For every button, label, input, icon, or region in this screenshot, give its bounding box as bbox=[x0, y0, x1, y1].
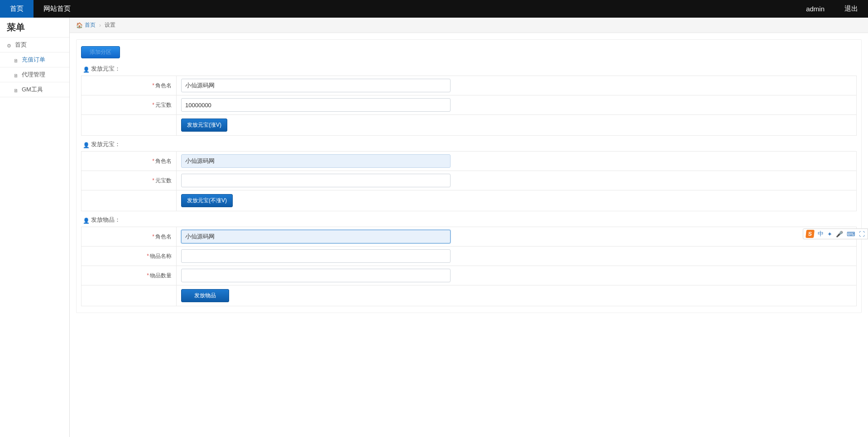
field-label: 角色名 bbox=[155, 158, 172, 164]
item-name-input[interactable] bbox=[181, 249, 451, 263]
grant-yuanbao-novip-button[interactable]: 发放元宝(不涨V) bbox=[181, 194, 233, 207]
user-icon bbox=[83, 66, 88, 71]
section-title-2: 发放元宝： bbox=[83, 140, 857, 148]
sidebar-title: 菜单 bbox=[0, 18, 69, 38]
ime-lang-toggle[interactable]: 中 bbox=[818, 230, 824, 238]
current-user[interactable]: admin bbox=[796, 0, 834, 18]
ime-expand-icon[interactable]: ⛶ bbox=[859, 231, 865, 238]
field-label: 元宝数 bbox=[155, 177, 172, 184]
main-panel: 添加分区 发放元宝： *角色名 *元宝数 bbox=[76, 39, 862, 313]
user-icon bbox=[83, 142, 88, 147]
yuanbao-count-input-1[interactable] bbox=[181, 98, 451, 112]
ime-switch-icon[interactable]: ✦ bbox=[827, 231, 832, 238]
form-table-3: *角色名 *物品名称 *物品数量 发放物品 bbox=[81, 227, 857, 306]
sidebar-item-gmtool[interactable]: GM工具 bbox=[0, 82, 69, 97]
field-label: 角色名 bbox=[155, 82, 172, 89]
tab-site-home[interactable]: 网站首页 bbox=[34, 0, 81, 18]
field-label: 角色名 bbox=[155, 233, 172, 240]
sidebar-item-label: 充值订单 bbox=[22, 56, 45, 64]
ime-logo-icon: S bbox=[806, 230, 815, 238]
file-icon bbox=[14, 87, 19, 92]
sidebar-item-label: GM工具 bbox=[22, 86, 43, 94]
field-label: 物品数量 bbox=[150, 272, 172, 279]
ime-keyboard-icon[interactable]: ⌨ bbox=[847, 231, 855, 238]
logout-link[interactable]: 退出 bbox=[834, 0, 868, 18]
role-name-input-3[interactable] bbox=[181, 230, 451, 243]
field-label: 物品名称 bbox=[150, 253, 172, 259]
file-icon bbox=[14, 57, 19, 62]
sidebar-item-home[interactable]: 首页 bbox=[0, 38, 69, 52]
home-icon: 🏠 bbox=[76, 22, 83, 28]
ime-voice-icon[interactable]: 🎤 bbox=[836, 231, 843, 238]
breadcrumb-home[interactable]: 首页 bbox=[85, 21, 96, 29]
file-icon bbox=[14, 72, 19, 77]
breadcrumb-current: 设置 bbox=[105, 21, 115, 29]
tab-home[interactable]: 首页 bbox=[0, 0, 34, 18]
role-name-input-2[interactable] bbox=[181, 154, 451, 168]
sidebar: 菜单 首页 充值订单 代理管理 GM工具 bbox=[0, 18, 70, 437]
grant-yuanbao-vip-button[interactable]: 发放元宝(涨V) bbox=[181, 119, 227, 132]
grant-item-button[interactable]: 发放物品 bbox=[181, 289, 229, 302]
yuanbao-count-input-2[interactable] bbox=[181, 174, 451, 187]
section-title-text: 发放物品： bbox=[91, 216, 120, 224]
breadcrumb: 🏠 首页 › 设置 bbox=[70, 18, 868, 33]
sidebar-item-recharge[interactable]: 充值订单 bbox=[0, 52, 69, 67]
section-title-1: 发放元宝： bbox=[83, 65, 857, 73]
add-zone-button[interactable]: 添加分区 bbox=[81, 46, 120, 58]
sidebar-item-label: 代理管理 bbox=[22, 71, 45, 79]
section-title-text: 发放元宝： bbox=[91, 140, 120, 148]
gear-icon bbox=[7, 42, 12, 48]
user-icon bbox=[83, 217, 88, 223]
form-table-2: *角色名 *元宝数 发放元宝(不涨V) bbox=[81, 151, 857, 211]
section-title-text: 发放元宝： bbox=[91, 65, 120, 73]
sidebar-item-label: 首页 bbox=[15, 41, 27, 49]
ime-toolbar[interactable]: S 中 ✦ 🎤 ⌨ ⛶ bbox=[803, 228, 868, 239]
field-label: 元宝数 bbox=[155, 102, 172, 108]
top-nav: 首页 网站首页 admin 退出 bbox=[0, 0, 868, 18]
item-count-input[interactable] bbox=[181, 269, 451, 282]
breadcrumb-sep: › bbox=[99, 22, 101, 28]
sidebar-item-agent[interactable]: 代理管理 bbox=[0, 67, 69, 82]
section-title-3: 发放物品： bbox=[83, 216, 857, 224]
role-name-input-1[interactable] bbox=[181, 79, 451, 92]
form-table-1: *角色名 *元宝数 发放元宝(涨V) bbox=[81, 76, 857, 136]
